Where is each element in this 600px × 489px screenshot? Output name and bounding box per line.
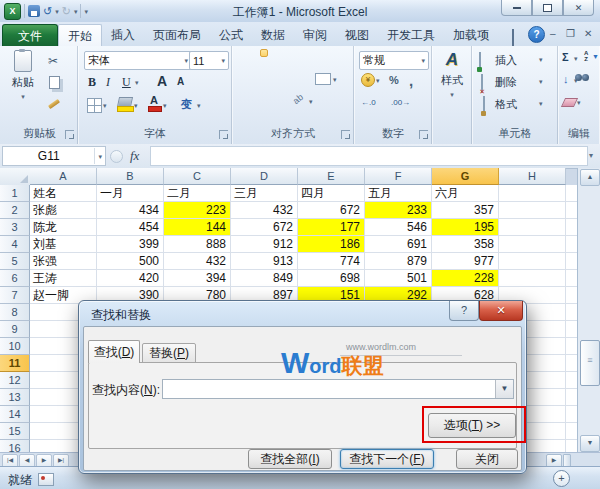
- close-button[interactable]: ✕: [563, 0, 594, 16]
- font-color-icon[interactable]: A: [147, 94, 161, 112]
- row-header-8[interactable]: 8: [0, 304, 30, 321]
- align-middle-icon[interactable]: [260, 49, 268, 57]
- workbook-close-icon[interactable]: ✕: [584, 26, 592, 41]
- copy-icon[interactable]: [49, 76, 60, 89]
- phonetic-guide-button[interactable]: 变: [181, 97, 192, 112]
- tab-file[interactable]: 文件: [2, 24, 58, 47]
- restore-button[interactable]: [532, 0, 563, 16]
- cell-C2[interactable]: 223: [164, 202, 231, 219]
- column-header-G[interactable]: G: [432, 168, 499, 185]
- cell-D1[interactable]: 三月: [231, 185, 298, 202]
- cell-D5[interactable]: 913: [231, 253, 298, 270]
- number-dialog-launcher-icon[interactable]: [419, 130, 428, 139]
- row-header-9[interactable]: 9: [0, 321, 30, 338]
- bold-button[interactable]: B: [88, 75, 96, 90]
- borders-caret-icon[interactable]: ▾: [103, 102, 107, 109]
- minimize-button[interactable]: [501, 0, 532, 16]
- row-header-5[interactable]: 5: [0, 253, 30, 270]
- cell-E2[interactable]: 672: [298, 202, 365, 219]
- cell-D6[interactable]: 849: [231, 270, 298, 287]
- insert-cells-label[interactable]: 插入: [495, 53, 517, 68]
- cell-B6[interactable]: 420: [97, 270, 164, 287]
- name-box-caret-icon[interactable]: ▾: [95, 153, 105, 160]
- workbook-minimize-icon[interactable]: –: [550, 26, 556, 41]
- cell-B1[interactable]: 一月: [97, 185, 164, 202]
- cell-C3[interactable]: 144: [164, 219, 231, 236]
- cell-F6[interactable]: 501: [365, 270, 432, 287]
- comma-style-icon[interactable]: ,: [409, 72, 413, 89]
- accounting-format-icon[interactable]: ¥: [361, 73, 375, 87]
- percent-style-icon[interactable]: %: [389, 74, 399, 86]
- cell-A5[interactable]: 张强: [30, 253, 97, 270]
- select-all-corner[interactable]: [0, 168, 31, 186]
- accounting-caret-icon[interactable]: ▾: [376, 77, 380, 84]
- underline-button[interactable]: U: [122, 75, 131, 90]
- row-header-6[interactable]: 6: [0, 270, 30, 287]
- format-cells-icon[interactable]: [483, 96, 485, 115]
- orientation-icon[interactable]: ab: [291, 92, 305, 106]
- cell-C4[interactable]: 888: [164, 236, 231, 253]
- cell-G1[interactable]: 六月: [432, 185, 499, 202]
- tab-view[interactable]: 视图: [336, 24, 378, 46]
- cell-A3[interactable]: 陈龙: [30, 219, 97, 236]
- column-header-B[interactable]: B: [97, 168, 164, 185]
- grow-font-button[interactable]: A: [157, 73, 167, 89]
- formula-input[interactable]: [150, 146, 588, 166]
- styles-button[interactable]: A 样式 ▾: [436, 50, 468, 98]
- cell-H2[interactable]: [499, 202, 566, 219]
- cell-F3[interactable]: 546: [365, 219, 432, 236]
- cell-E5[interactable]: 774: [298, 253, 365, 270]
- row-header-3[interactable]: 3: [0, 219, 30, 236]
- cell-B4[interactable]: 399: [97, 236, 164, 253]
- scroll-down-button[interactable]: ▼: [580, 435, 600, 452]
- delete-cells-label[interactable]: 删除: [495, 75, 517, 90]
- format-painter-icon[interactable]: [48, 99, 60, 109]
- row-header-14[interactable]: 14: [0, 406, 30, 423]
- scroll-up-button[interactable]: ▲: [580, 169, 600, 186]
- dialog-close-action-button[interactable]: 关闭: [456, 449, 518, 469]
- font-color-caret-icon[interactable]: ▾: [163, 102, 167, 109]
- cell-F4[interactable]: 691: [365, 236, 432, 253]
- macro-record-icon[interactable]: [38, 473, 54, 486]
- cell-D4[interactable]: 912: [231, 236, 298, 253]
- cell-A1[interactable]: 姓名: [30, 185, 97, 202]
- zoom-in-button[interactable]: +: [553, 470, 570, 487]
- column-header-E[interactable]: E: [298, 168, 365, 185]
- orientation-caret-icon[interactable]: ▾: [309, 98, 313, 105]
- cell-F5[interactable]: 879: [365, 253, 432, 270]
- row-header-16[interactable]: 16: [0, 440, 30, 452]
- cell-A2[interactable]: 张彪: [30, 202, 97, 219]
- borders-icon[interactable]: [87, 98, 102, 113]
- cell-E6[interactable]: 698: [298, 270, 365, 287]
- delete-cells-icon[interactable]: ✕: [481, 74, 483, 93]
- cell-A6[interactable]: 王涛: [30, 270, 97, 287]
- dialog-help-button[interactable]: ?: [449, 301, 479, 321]
- row-header-13[interactable]: 13: [0, 389, 30, 406]
- number-format-combo[interactable]: 常规▾: [359, 51, 429, 70]
- row-header-15[interactable]: 15: [0, 423, 30, 440]
- cell-H4[interactable]: [499, 236, 566, 253]
- tab-insert[interactable]: 插入: [102, 24, 144, 46]
- cell-E3[interactable]: 177: [298, 219, 365, 236]
- decrease-decimal-icon[interactable]: .00→: [391, 98, 410, 107]
- fill-color-caret-icon[interactable]: ▾: [134, 102, 138, 109]
- cell-G3[interactable]: 195: [432, 219, 499, 236]
- phonetic-caret-icon[interactable]: ▾: [197, 102, 201, 109]
- cell-H1[interactable]: [499, 185, 566, 202]
- tab-review[interactable]: 审阅: [294, 24, 336, 46]
- cell-G6[interactable]: 228: [432, 270, 499, 287]
- cell-H3[interactable]: [499, 219, 566, 236]
- find-what-input[interactable]: [163, 380, 495, 398]
- cell-B3[interactable]: 454: [97, 219, 164, 236]
- cell-H6[interactable]: [499, 270, 566, 287]
- tab-developer[interactable]: 开发工具: [378, 24, 444, 46]
- tab-page-layout[interactable]: 页面布局: [144, 24, 210, 46]
- cell-H5[interactable]: [499, 253, 566, 270]
- insert-cells-icon[interactable]: [479, 52, 481, 71]
- fill-icon[interactable]: ↓: [563, 73, 569, 85]
- column-header-C[interactable]: C: [164, 168, 231, 185]
- column-header-D[interactable]: D: [231, 168, 298, 185]
- options-button[interactable]: 选项(T) >>: [428, 413, 516, 438]
- clear-icon[interactable]: [561, 98, 578, 107]
- cell-F1[interactable]: 五月: [365, 185, 432, 202]
